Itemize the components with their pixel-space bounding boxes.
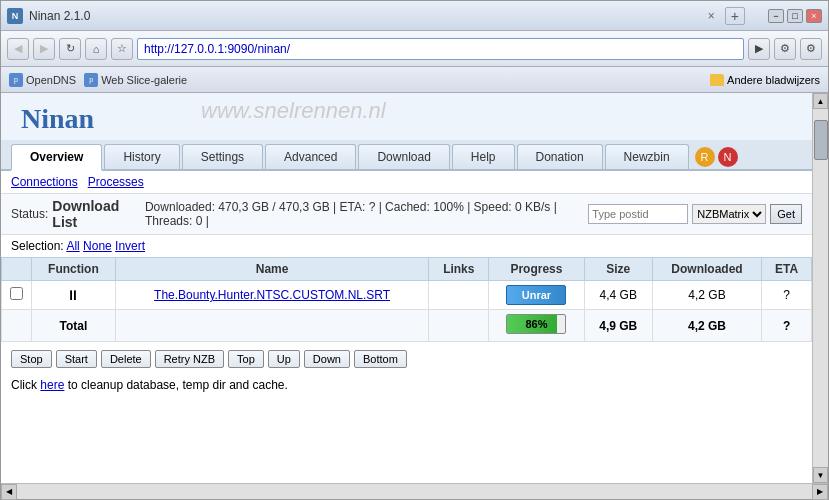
sub-tab-processes[interactable]: Processes	[88, 175, 144, 189]
row-name-cell[interactable]: The.Bounty.Hunter.NTSC.CUSTOM.NL.SRT	[115, 281, 429, 310]
sub-tab-connections[interactable]: Connections	[11, 175, 78, 189]
play-button[interactable]: ▶	[748, 38, 770, 60]
th-downloaded: Downloaded	[652, 258, 761, 281]
home-button[interactable]: ⌂	[85, 38, 107, 60]
bookmark-opendns-icon: p	[9, 73, 23, 87]
close-button[interactable]: ×	[806, 9, 822, 23]
start-button[interactable]: Start	[56, 350, 97, 368]
total-empty1	[2, 310, 32, 342]
status-right: NZBMatrix Get	[588, 204, 802, 224]
cleanup-bar: Click here to cleanup database, temp dir…	[1, 376, 812, 394]
status-label: Status:	[11, 207, 48, 221]
page-menu-button[interactable]: ⚙	[774, 38, 796, 60]
other-bookmarks[interactable]: Andere bladwijzers	[710, 74, 820, 86]
th-function: Function	[32, 258, 116, 281]
status-left: Status: Download List Downloaded: 470,3 …	[11, 198, 588, 230]
bookmark-webslice[interactable]: p Web Slice-galerie	[84, 73, 187, 87]
top-button[interactable]: Top	[228, 350, 264, 368]
scroll-track[interactable]	[813, 109, 828, 467]
total-progress-cell: 86%	[489, 310, 584, 342]
horizontal-scrollbar: ◀ ▶	[1, 483, 828, 499]
browser-window: N Ninan 2.1.0 × + − □ × ◀ ▶ ↻ ⌂ ☆ ▶ ⚙ ⚙ …	[0, 0, 829, 500]
total-empty3	[429, 310, 489, 342]
download-table: Function Name Links Progress Size Downlo…	[1, 257, 812, 342]
retry-nzb-button[interactable]: Retry NZB	[155, 350, 224, 368]
total-downloaded: 4,2 GB	[652, 310, 761, 342]
postid-input[interactable]	[588, 204, 688, 224]
star-button[interactable]: ☆	[111, 38, 133, 60]
row-function-cell: ⏸	[32, 281, 116, 310]
tab-download[interactable]: Download	[358, 144, 449, 169]
status-info: Downloaded: 470,3 GB / 470,3 GB | ETA: ?…	[145, 200, 588, 228]
tab-advanced[interactable]: Advanced	[265, 144, 356, 169]
get-button[interactable]: Get	[770, 204, 802, 224]
minimize-button[interactable]: −	[768, 9, 784, 23]
tab-help[interactable]: Help	[452, 144, 515, 169]
refresh-button[interactable]: ↻	[59, 38, 81, 60]
tab-icons: R N	[695, 144, 738, 169]
feed-icon: N	[718, 147, 738, 167]
selection-none[interactable]: None	[83, 239, 112, 253]
selection-label: Selection:	[11, 239, 64, 253]
bottom-button[interactable]: Bottom	[354, 350, 407, 368]
favicon: N	[7, 8, 23, 24]
total-empty2	[115, 310, 429, 342]
cleanup-prefix: Click	[11, 378, 40, 392]
new-tab-btn[interactable]: +	[725, 7, 745, 25]
forward-button[interactable]: ▶	[33, 38, 55, 60]
rss-icon: R	[695, 147, 715, 167]
tab-donation[interactable]: Donation	[517, 144, 603, 169]
bookmark-opendns-label: OpenDNS	[26, 74, 76, 86]
bookmarks-folder-icon	[710, 74, 724, 86]
main-content: Ninan www.snelrennen.nl Overview History…	[1, 93, 812, 483]
tab-overview[interactable]: Overview	[11, 144, 102, 171]
scroll-h-track[interactable]	[17, 484, 812, 499]
bookmarks-bar: p OpenDNS p Web Slice-galerie Andere bla…	[1, 67, 828, 93]
unrar-button[interactable]: Unrar	[506, 285, 566, 305]
scroll-right-button[interactable]: ▶	[812, 484, 828, 500]
vertical-scrollbar: ▲ ▼	[812, 93, 828, 483]
scroll-thumb[interactable]	[814, 120, 828, 160]
tab-close-btn[interactable]: ×	[708, 9, 715, 23]
selection-all[interactable]: All	[66, 239, 79, 253]
page: Ninan www.snelrennen.nl Overview History…	[1, 93, 812, 394]
scroll-up-button[interactable]: ▲	[813, 93, 828, 109]
stop-button[interactable]: Stop	[11, 350, 52, 368]
bookmark-webslice-icon: p	[84, 73, 98, 87]
action-buttons: Stop Start Delete Retry NZB Top Up Down …	[1, 342, 812, 376]
other-bookmarks-label: Andere bladwijzers	[727, 74, 820, 86]
tab-newzbin[interactable]: Newzbin	[605, 144, 689, 169]
tab-history[interactable]: History	[104, 144, 179, 169]
tools-button[interactable]: ⚙	[800, 38, 822, 60]
browser-content-area: Ninan www.snelrennen.nl Overview History…	[1, 93, 828, 483]
sub-tabs: Connections Processes	[1, 171, 812, 194]
row-progress-cell: Unrar	[489, 281, 584, 310]
back-button[interactable]: ◀	[7, 38, 29, 60]
selection-invert[interactable]: Invert	[115, 239, 145, 253]
address-bar[interactable]	[137, 38, 744, 60]
row-links-cell	[429, 281, 489, 310]
scroll-left-button[interactable]: ◀	[1, 484, 17, 500]
bookmark-opendns[interactable]: p OpenDNS	[9, 73, 76, 87]
source-select[interactable]: NZBMatrix	[692, 204, 766, 224]
maximize-button[interactable]: □	[787, 9, 803, 23]
up-button[interactable]: Up	[268, 350, 300, 368]
selection-bar: Selection: All None Invert	[1, 235, 812, 257]
title-bar: N Ninan 2.1.0 × + − □ ×	[1, 1, 828, 31]
cleanup-link[interactable]: here	[40, 378, 64, 392]
th-checkbox	[2, 258, 32, 281]
pause-icon[interactable]: ⏸	[66, 287, 80, 303]
delete-button[interactable]: Delete	[101, 350, 151, 368]
tab-settings[interactable]: Settings	[182, 144, 263, 169]
table-header-row: Function Name Links Progress Size Downlo…	[2, 258, 812, 281]
cleanup-suffix: to cleanup database, temp dir and cache.	[64, 378, 287, 392]
nav-bar: ◀ ▶ ↻ ⌂ ☆ ▶ ⚙ ⚙	[1, 31, 828, 67]
row-checkbox-cell	[2, 281, 32, 310]
window-title: Ninan 2.1.0	[29, 9, 708, 23]
row-checkbox[interactable]	[10, 287, 23, 300]
progress-label: 86%	[507, 315, 565, 333]
down-button[interactable]: Down	[304, 350, 350, 368]
row-eta-cell: ?	[762, 281, 812, 310]
total-row: Total 86% 4,9 GB 4,2 GB ?	[2, 310, 812, 342]
scroll-down-button[interactable]: ▼	[813, 467, 828, 483]
